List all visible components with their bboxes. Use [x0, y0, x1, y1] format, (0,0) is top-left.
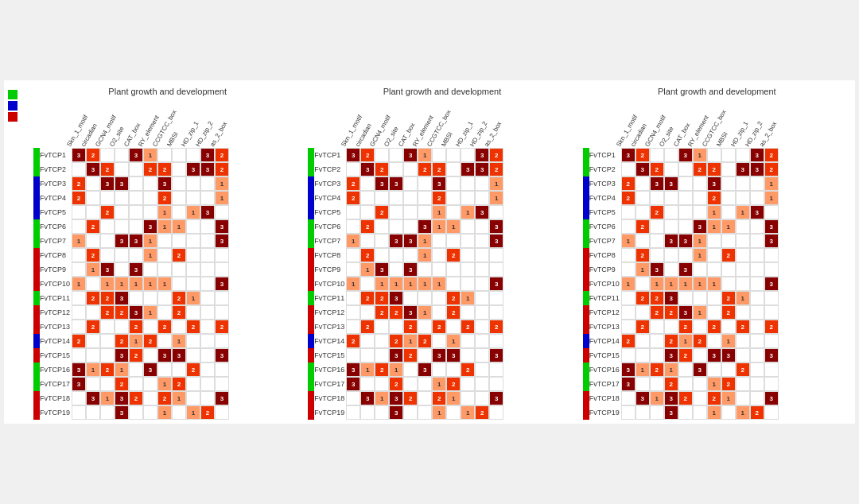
cell-16-6: 1 — [432, 377, 446, 391]
cell-3-8 — [461, 191, 475, 205]
cell-7-10 — [215, 248, 229, 262]
cell-18-8: 1 — [461, 405, 475, 420]
cell-10-4 — [129, 291, 143, 305]
cell-7-7: 2 — [721, 248, 736, 262]
cell-2-7 — [172, 176, 186, 191]
cell-7-3 — [389, 248, 403, 262]
cell-10-6 — [432, 291, 446, 305]
cell-10-7: 2 — [172, 291, 186, 305]
cell-14-0 — [72, 348, 86, 362]
cell-17-9 — [750, 391, 764, 405]
cell-3-0: 2 — [346, 191, 360, 205]
cell-16-7: 2 — [446, 377, 461, 391]
cell-5-8 — [736, 219, 750, 234]
cell-16-4 — [678, 377, 693, 391]
cell-8-5 — [143, 262, 157, 277]
cell-2-1 — [360, 176, 375, 191]
legend-c-box — [8, 112, 17, 122]
cell-7-4 — [678, 248, 693, 262]
cell-10-6 — [157, 291, 172, 305]
cell-8-0 — [72, 262, 86, 277]
cell-4-6: 1 — [707, 205, 721, 219]
row-strip-6 — [583, 234, 589, 248]
row-strip-1 — [583, 162, 589, 176]
cell-1-2: 2 — [100, 162, 115, 176]
row-label-1-15: FvTCP16 — [314, 362, 346, 377]
cell-17-6: 2 — [432, 391, 446, 405]
cell-3-6: 2 — [707, 191, 721, 205]
cell-10-3: 3 — [664, 291, 678, 305]
row-strip-6 — [33, 234, 40, 248]
row-strip-15 — [308, 362, 314, 377]
cell-0-2 — [100, 148, 115, 162]
cell-7-4 — [403, 248, 418, 262]
cell-17-5 — [418, 391, 432, 405]
cell-4-10 — [764, 205, 779, 219]
cell-1-2: 2 — [375, 162, 389, 176]
row-strip-18 — [33, 405, 40, 420]
cell-18-4 — [678, 405, 693, 420]
cell-1-3 — [115, 162, 129, 176]
row-strip-11 — [308, 305, 314, 320]
grid-row-3: 221 — [621, 191, 779, 205]
grid-row-17: 3132213 — [346, 391, 503, 405]
cell-2-6: 3 — [432, 176, 446, 191]
cell-16-9 — [750, 377, 764, 391]
cell-12-10: 2 — [489, 320, 503, 334]
cell-17-0 — [72, 391, 86, 405]
cell-9-8 — [736, 277, 750, 291]
cell-14-8 — [461, 348, 475, 362]
cell-9-4: 1 — [403, 277, 418, 291]
cell-18-4 — [129, 405, 143, 420]
cell-3-1 — [360, 191, 375, 205]
cell-4-4 — [403, 205, 418, 219]
grid-row-5: 23113 — [346, 219, 503, 234]
cell-0-6 — [707, 148, 721, 162]
cell-17-1: 3 — [86, 391, 100, 405]
grid-row-3: 221 — [72, 191, 229, 205]
cell-17-10: 3 — [489, 391, 503, 405]
cell-4-0 — [72, 205, 86, 219]
grid-row-17: 3132213 — [72, 391, 229, 405]
cell-14-7: 3 — [172, 348, 186, 362]
cell-11-5: 1 — [143, 305, 157, 320]
cell-8-1: 1 — [360, 262, 375, 277]
cell-13-8 — [736, 334, 750, 348]
cell-15-2: 2 — [650, 362, 664, 377]
cell-11-7: 2 — [172, 305, 186, 320]
row-strip-14 — [308, 348, 314, 362]
cell-12-7 — [446, 320, 461, 334]
cell-18-9: 2 — [200, 405, 215, 420]
cell-7-2 — [375, 248, 389, 262]
section-title-1: Plant growth and development — [308, 87, 576, 96]
row-strip-0 — [583, 148, 589, 162]
cell-8-9 — [200, 262, 215, 277]
cell-3-8 — [736, 191, 750, 205]
cell-16-6: 1 — [707, 377, 721, 391]
cell-14-6: 3 — [157, 348, 172, 362]
cell-13-1 — [360, 334, 375, 348]
cell-2-8 — [736, 176, 750, 191]
grid-row-8: 133 — [72, 262, 229, 277]
cell-17-4: 2 — [129, 391, 143, 405]
cell-12-5 — [418, 320, 432, 334]
row-strip-5 — [308, 219, 314, 234]
cell-13-1 — [636, 334, 650, 348]
cell-10-9 — [750, 291, 764, 305]
cell-1-4 — [678, 162, 693, 176]
cell-1-8: 3 — [186, 162, 200, 176]
grid-row-13: 22121 — [621, 334, 779, 348]
cell-8-1: 1 — [636, 262, 650, 277]
cell-2-3: 3 — [664, 176, 678, 191]
cell-13-6 — [157, 334, 172, 348]
row-strip-9 — [33, 277, 40, 291]
legend-panel — [8, 87, 30, 420]
row-label-3: FvTCP4 — [40, 191, 72, 205]
cell-2-8 — [461, 176, 475, 191]
row-strip-3 — [583, 191, 589, 205]
cell-11-7: 2 — [721, 305, 736, 320]
cell-11-7: 2 — [446, 305, 461, 320]
cell-11-3: 2 — [115, 305, 129, 320]
cell-2-4 — [678, 176, 693, 191]
row-label-1-2: FvTCP3 — [314, 176, 346, 191]
